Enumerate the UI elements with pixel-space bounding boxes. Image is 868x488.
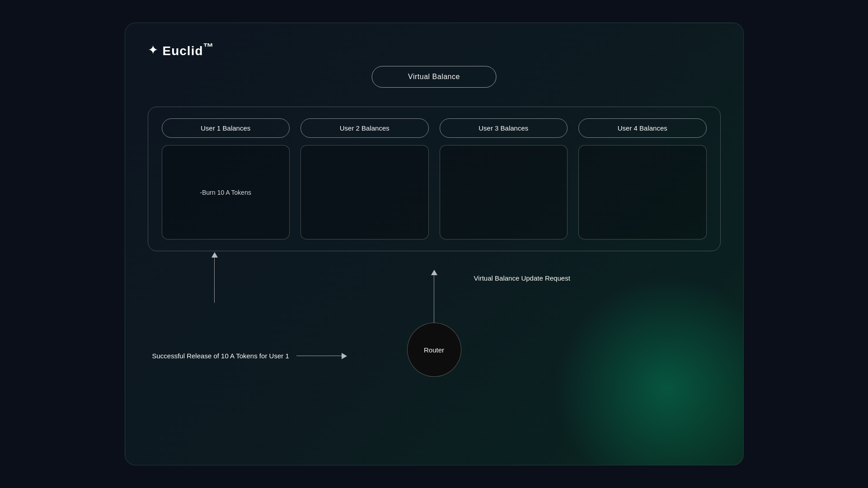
arrow-up-line (214, 258, 215, 303)
logo-tm: ™ (203, 41, 214, 53)
vb-update-request-label: Virtual Balance Update Request (474, 274, 570, 282)
balances-panel: User 1 Balances -Burn 10 A Tokens User 2… (148, 107, 721, 251)
user-4-content (578, 145, 707, 239)
user-4-column: User 4 Balances (578, 118, 707, 239)
arrow-vb-line (434, 275, 435, 323)
virtual-balance-label: Virtual Balance (371, 66, 497, 88)
user-2-content (300, 145, 429, 239)
release-arrow (296, 353, 347, 359)
release-container: Successful Release of 10 A Tokens for Us… (152, 352, 347, 360)
user-3-column: User 3 Balances (440, 118, 568, 239)
release-arrow-line (296, 356, 342, 357)
user-2-label: User 2 Balances (300, 118, 429, 138)
release-arrow-head-icon (342, 353, 347, 359)
logo: ✦ Euclid™ (148, 41, 214, 58)
user-1-column: User 1 Balances -Burn 10 A Tokens (162, 118, 290, 239)
release-label: Successful Release of 10 A Tokens for Us… (152, 352, 289, 360)
main-card: ✦ Euclid™ Virtual Balance User 1 Balance… (125, 23, 744, 465)
vb-update-arrow (431, 270, 437, 323)
user1-arrow-up (211, 252, 218, 303)
router-label: Router (424, 346, 444, 354)
user-3-label: User 3 Balances (440, 118, 568, 138)
logo-star-icon: ✦ (148, 42, 158, 57)
user-3-content (440, 145, 568, 239)
user-2-column: User 2 Balances (300, 118, 429, 239)
logo-name: Euclid™ (163, 41, 214, 58)
arrow-up-head-icon (211, 252, 218, 258)
arrow-vb-head-icon (431, 270, 437, 275)
router-node: Router (407, 323, 461, 377)
user-4-label: User 4 Balances (578, 118, 707, 138)
user-1-content: -Burn 10 A Tokens (162, 145, 290, 239)
user-1-label: User 1 Balances (162, 118, 290, 138)
